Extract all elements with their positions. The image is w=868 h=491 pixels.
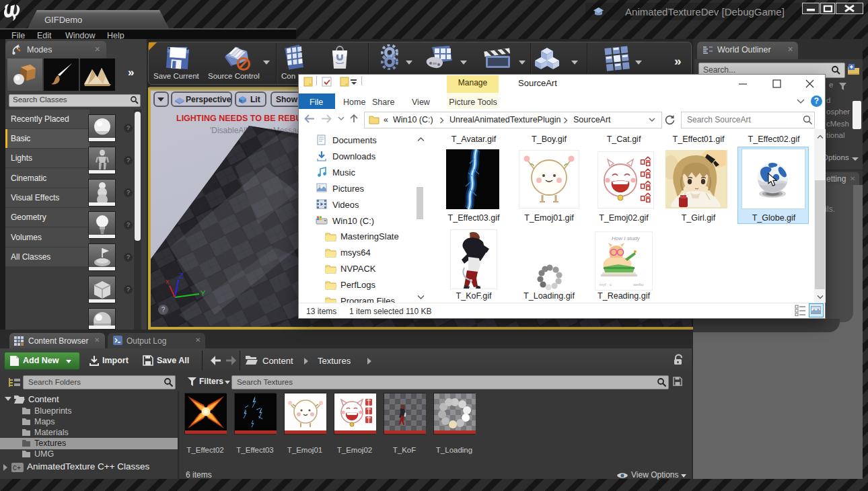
svg-text:C+: C+ — [13, 465, 21, 472]
svg-text:Z: Z — [179, 272, 184, 280]
svg-text:weibo: weibo — [632, 282, 644, 287]
svg-text:x: x — [166, 278, 169, 285]
svg-text:How I study: How I study — [612, 235, 641, 241]
svg-text:Y: Y — [201, 289, 206, 297]
svg-text:myf · c: myf · c — [600, 282, 612, 287]
